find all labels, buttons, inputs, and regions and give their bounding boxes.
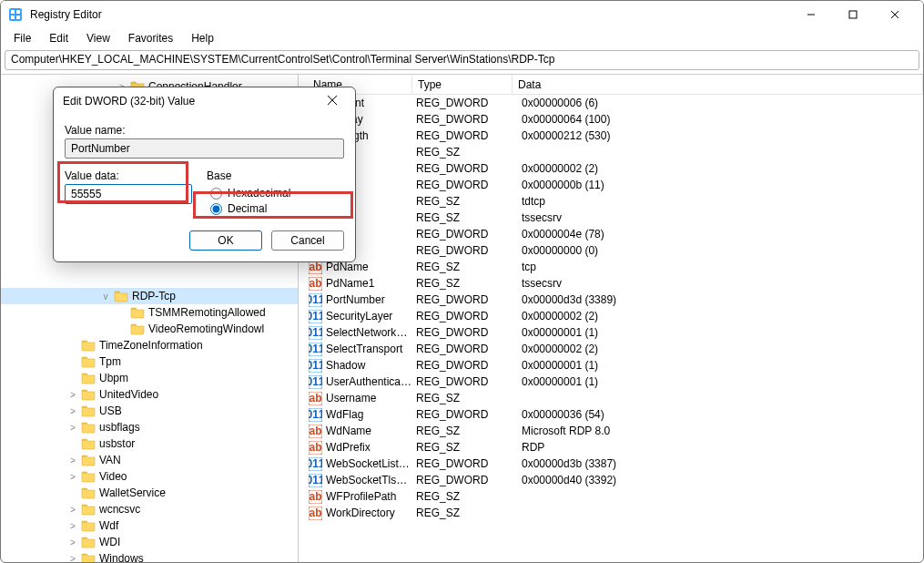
menu-file[interactable]: File bbox=[5, 30, 40, 46]
expand-icon[interactable]: > bbox=[66, 456, 79, 466]
tree-node[interactable]: WalletService bbox=[1, 485, 298, 501]
radio-dec[interactable] bbox=[210, 203, 222, 215]
tree-node[interactable]: >UnitedVideo bbox=[1, 386, 298, 403]
tree-node[interactable]: >Windows bbox=[1, 550, 298, 562]
list-row[interactable]: 011...LengthREG_DWORD0x00000212 (530) bbox=[299, 128, 923, 144]
folder-icon bbox=[114, 289, 128, 303]
tree-label: wcncsvc bbox=[99, 503, 140, 516]
row-name: WorkDirectory bbox=[326, 507, 416, 519]
expand-icon[interactable]: > bbox=[66, 521, 79, 531]
dialog-body: Value name: PortNumber Value data: Base … bbox=[54, 115, 355, 261]
tree-node[interactable]: TimeZoneInformation bbox=[1, 337, 298, 353]
tree-node[interactable]: VideoRemotingWindowl bbox=[1, 321, 298, 337]
row-data: 0x00000212 (530) bbox=[522, 129, 923, 142]
list-row[interactable]: abWdNameREG_SZMicrosoft RDP 8.0 bbox=[299, 423, 923, 439]
base-label: Base bbox=[207, 169, 290, 182]
menu-help[interactable]: Help bbox=[182, 30, 223, 46]
svg-text:011: 011 bbox=[309, 293, 322, 306]
ok-button[interactable]: OK bbox=[189, 230, 262, 251]
address-bar[interactable]: Computer\HKEY_LOCAL_MACHINE\SYSTEM\Curre… bbox=[5, 50, 919, 70]
list-row[interactable]: 011ShadowREG_DWORD0x00000001 (1) bbox=[299, 357, 923, 374]
tree-node[interactable]: >Video bbox=[1, 468, 298, 485]
expand-icon[interactable]: > bbox=[66, 537, 79, 548]
list-row[interactable]: 011SelectNetworkD...REG_DWORD0x00000001 … bbox=[299, 324, 923, 341]
expand-icon[interactable]: v bbox=[99, 292, 112, 302]
row-data: 0x0000004e (78) bbox=[522, 228, 923, 241]
folder-icon bbox=[81, 436, 96, 451]
list-row[interactable]: abWFProfilePathREG_SZ bbox=[299, 488, 923, 505]
folder-icon bbox=[81, 387, 96, 402]
cancel-button[interactable]: Cancel bbox=[271, 230, 344, 251]
list-row[interactable]: ab...REG_SZtdtcp bbox=[299, 193, 923, 210]
expand-icon[interactable]: > bbox=[66, 406, 79, 416]
tree-node[interactable]: TSMMRemotingAllowed bbox=[1, 304, 298, 321]
folder-icon bbox=[81, 551, 96, 562]
list-row[interactable]: 011UserAuthenticat...REG_DWORD0x00000001… bbox=[299, 374, 923, 390]
row-type: REG_DWORD bbox=[416, 408, 522, 421]
list-row[interactable]: 011SecurityLayerREG_DWORD0x00000002 (2) bbox=[299, 308, 923, 324]
dialog-close-button[interactable] bbox=[319, 94, 346, 108]
tree-node[interactable]: >usbflags bbox=[1, 419, 298, 435]
list-row[interactable]: 011...CountREG_DWORD0x00000006 (6) bbox=[299, 95, 923, 111]
tree-label: Windows bbox=[99, 552, 144, 562]
expand-icon[interactable]: > bbox=[66, 554, 79, 563]
row-data: 0x00000002 (2) bbox=[522, 162, 923, 175]
list-row[interactable]: 011...DelayREG_DWORD0x00000064 (100) bbox=[299, 111, 923, 128]
list-row[interactable]: abUsernameREG_SZ bbox=[299, 390, 923, 406]
list-row[interactable]: 011WebSocketListe...REG_DWORD0x00000d3b … bbox=[299, 456, 923, 472]
menu-favorites[interactable]: Favorites bbox=[119, 30, 182, 46]
radio-dec-label[interactable]: Decimal bbox=[210, 202, 290, 215]
row-type: REG_SZ bbox=[416, 507, 522, 519]
radio-dec-text: Decimal bbox=[228, 202, 267, 215]
list-row[interactable]: abPdNameREG_SZtcp bbox=[299, 259, 923, 275]
radio-hex[interactable] bbox=[210, 188, 222, 200]
folder-icon bbox=[81, 453, 96, 467]
expand-icon[interactable]: > bbox=[66, 423, 79, 433]
tree-node[interactable]: >USB bbox=[1, 403, 298, 419]
list-row[interactable]: abWdPrefixREG_SZRDP bbox=[299, 439, 923, 456]
tree-label: UnitedVideo bbox=[99, 388, 158, 401]
folder-icon bbox=[81, 469, 96, 484]
tree-node[interactable]: usbstor bbox=[1, 435, 298, 452]
tree-node[interactable]: >wcncsvc bbox=[1, 501, 298, 517]
list-row[interactable]: 011...REG_DWORD0x00000002 (2) bbox=[299, 160, 923, 177]
tree-node[interactable]: Ubpm bbox=[1, 370, 298, 386]
tree-node[interactable]: vRDP-Tcp bbox=[1, 288, 298, 304]
window-title: Registry Editor bbox=[30, 8, 790, 21]
tree-label: Tpm bbox=[99, 355, 121, 368]
tree-node[interactable]: >Wdf bbox=[1, 517, 298, 534]
expand-icon[interactable]: > bbox=[66, 472, 79, 482]
row-type: REG_DWORD bbox=[416, 343, 522, 355]
menu-view[interactable]: View bbox=[77, 30, 119, 46]
menu-edit[interactable]: Edit bbox=[40, 30, 77, 46]
list-row[interactable]: 011...REG_DWORD0x0000004e (78) bbox=[299, 226, 923, 242]
value-data-label: Value data: bbox=[65, 169, 192, 182]
tree-node[interactable]: Tpm bbox=[1, 353, 298, 370]
list-row[interactable]: 011PortNumberREG_DWORD0x00000d3d (3389) bbox=[299, 292, 923, 308]
maximize-button[interactable] bbox=[832, 1, 874, 28]
list-row[interactable]: 011SelectTransportREG_DWORD0x00000002 (2… bbox=[299, 341, 923, 357]
expand-icon[interactable]: > bbox=[66, 390, 79, 400]
list-row[interactable]: abPdName1REG_SZtssecsrv bbox=[299, 275, 923, 292]
list-row[interactable]: abWorkDirectoryREG_SZ bbox=[299, 505, 923, 521]
row-data: 0x00000d3d (3389) bbox=[522, 293, 923, 306]
col-data[interactable]: Data bbox=[513, 75, 923, 94]
close-button[interactable] bbox=[874, 1, 916, 28]
titlebar: Registry Editor bbox=[1, 1, 923, 28]
minimize-button[interactable] bbox=[790, 1, 832, 28]
col-type[interactable]: Type bbox=[412, 75, 513, 94]
list-row[interactable]: ab...rdREG_SZ bbox=[299, 144, 923, 160]
list-row[interactable]: 011...1REG_DWORD0x0000000b (11) bbox=[299, 177, 923, 193]
list-row[interactable]: 011...REG_DWORD0x00000000 (0) bbox=[299, 242, 923, 259]
tree-label: WDI bbox=[99, 536, 120, 548]
expand-icon[interactable]: > bbox=[66, 505, 79, 515]
radio-hex-label[interactable]: Hexadecimal bbox=[210, 187, 290, 200]
tree-node[interactable]: >VAN bbox=[1, 452, 298, 468]
list-row[interactable]: 011WdFlagREG_DWORD0x00000036 (54) bbox=[299, 406, 923, 423]
value-data-input[interactable] bbox=[65, 184, 192, 204]
list-row[interactable]: 011WebSocketTlsLis...REG_DWORD0x00000d40… bbox=[299, 472, 923, 488]
row-type: REG_DWORD bbox=[416, 293, 522, 306]
list-pane[interactable]: Name Type Data 011...CountREG_DWORD0x000… bbox=[299, 75, 923, 562]
tree-node[interactable]: >WDI bbox=[1, 534, 298, 550]
list-row[interactable]: ab...REG_SZtssecsrv bbox=[299, 210, 923, 226]
